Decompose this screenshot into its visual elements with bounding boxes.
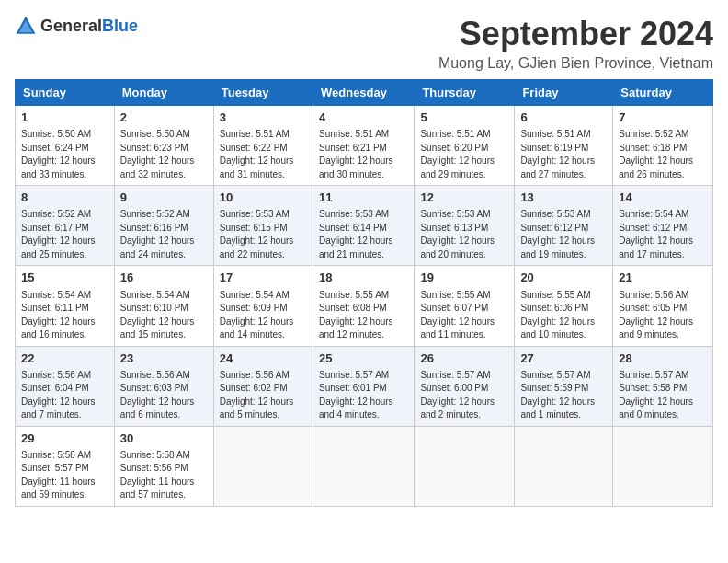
day-info: Sunrise: 5:55 AMSunset: 6:08 PMDaylight:… (319, 289, 408, 342)
day-number: 19 (420, 270, 508, 286)
day-number: 20 (520, 270, 607, 286)
day-number: 16 (120, 270, 208, 286)
day-info: Sunrise: 5:55 AMSunset: 6:06 PMDaylight:… (520, 289, 607, 342)
day-info: Sunrise: 5:50 AMSunset: 6:23 PMDaylight:… (120, 128, 208, 181)
calendar-cell: 29Sunrise: 5:58 AMSunset: 5:57 PMDayligh… (16, 426, 115, 506)
week-row-4: 22Sunrise: 5:56 AMSunset: 6:04 PMDayligh… (16, 346, 713, 426)
calendar-cell: 21Sunrise: 5:56 AMSunset: 6:05 PMDayligh… (613, 266, 713, 346)
day-info: Sunrise: 5:51 AMSunset: 6:19 PMDaylight:… (520, 128, 607, 181)
day-number: 1 (21, 109, 108, 126)
day-info: Sunrise: 5:56 AMSunset: 6:04 PMDaylight:… (21, 369, 108, 422)
column-header-sunday: Sunday (16, 80, 115, 106)
calendar-cell: 19Sunrise: 5:55 AMSunset: 6:07 PMDayligh… (415, 266, 515, 346)
day-info: Sunrise: 5:54 AMSunset: 6:09 PMDaylight:… (220, 289, 307, 342)
day-info: Sunrise: 5:54 AMSunset: 6:12 PMDaylight:… (619, 208, 707, 261)
logo-icon (15, 15, 37, 37)
calendar-cell: 18Sunrise: 5:55 AMSunset: 6:08 PMDayligh… (313, 266, 414, 346)
week-row-2: 8Sunrise: 5:52 AMSunset: 6:17 PMDaylight… (16, 186, 713, 266)
logo-blue: Blue (102, 17, 138, 35)
day-number: 28 (619, 350, 707, 367)
day-info: Sunrise: 5:55 AMSunset: 6:07 PMDaylight:… (420, 289, 508, 342)
day-number: 2 (120, 109, 208, 126)
column-header-wednesday: Wednesday (313, 80, 414, 106)
calendar-cell (515, 426, 613, 506)
calendar-cell: 2Sunrise: 5:50 AMSunset: 6:23 PMDaylight… (114, 106, 213, 186)
week-row-1: 1Sunrise: 5:50 AMSunset: 6:24 PMDaylight… (16, 106, 713, 186)
day-number: 4 (319, 109, 408, 126)
day-info: Sunrise: 5:54 AMSunset: 6:10 PMDaylight:… (120, 289, 208, 342)
day-info: Sunrise: 5:58 AMSunset: 5:56 PMDaylight:… (120, 449, 208, 502)
calendar-cell: 16Sunrise: 5:54 AMSunset: 6:10 PMDayligh… (114, 266, 213, 346)
column-header-saturday: Saturday (613, 80, 713, 106)
day-info: Sunrise: 5:52 AMSunset: 6:18 PMDaylight:… (619, 128, 707, 181)
day-number: 8 (21, 190, 108, 206)
calendar-cell: 6Sunrise: 5:51 AMSunset: 6:19 PMDaylight… (515, 106, 613, 186)
calendar-table: SundayMondayTuesdayWednesdayThursdayFrid… (15, 79, 713, 507)
day-info: Sunrise: 5:53 AMSunset: 6:13 PMDaylight:… (420, 208, 508, 261)
calendar-cell: 30Sunrise: 5:58 AMSunset: 5:56 PMDayligh… (114, 426, 213, 506)
day-info: Sunrise: 5:57 AMSunset: 6:00 PMDaylight:… (420, 369, 508, 422)
calendar-cell: 23Sunrise: 5:56 AMSunset: 6:03 PMDayligh… (114, 346, 213, 426)
day-number: 27 (520, 350, 607, 367)
calendar-cell: 12Sunrise: 5:53 AMSunset: 6:13 PMDayligh… (415, 186, 515, 266)
calendar-cell: 20Sunrise: 5:55 AMSunset: 6:06 PMDayligh… (515, 266, 613, 346)
day-number: 30 (120, 431, 208, 447)
day-number: 15 (21, 270, 108, 286)
day-info: Sunrise: 5:53 AMSunset: 6:15 PMDaylight:… (220, 208, 307, 261)
month-title: September 2024 (438, 15, 713, 53)
calendar-cell: 14Sunrise: 5:54 AMSunset: 6:12 PMDayligh… (613, 186, 713, 266)
column-header-thursday: Thursday (415, 80, 515, 106)
day-number: 22 (21, 350, 108, 367)
day-info: Sunrise: 5:57 AMSunset: 5:58 PMDaylight:… (619, 369, 707, 422)
logo-text: GeneralBlue (40, 17, 138, 36)
day-number: 17 (220, 270, 307, 286)
day-info: Sunrise: 5:54 AMSunset: 6:11 PMDaylight:… (21, 289, 108, 342)
day-number: 14 (619, 190, 707, 206)
calendar-cell (613, 426, 713, 506)
column-header-monday: Monday (114, 80, 213, 106)
day-info: Sunrise: 5:50 AMSunset: 6:24 PMDaylight:… (21, 128, 108, 181)
calendar-cell: 1Sunrise: 5:50 AMSunset: 6:24 PMDaylight… (16, 106, 115, 186)
week-row-3: 15Sunrise: 5:54 AMSunset: 6:11 PMDayligh… (16, 266, 713, 346)
location-subtitle: Muong Lay, GJien Bien Province, Vietnam (438, 55, 713, 72)
day-info: Sunrise: 5:52 AMSunset: 6:16 PMDaylight:… (120, 208, 208, 261)
calendar-cell: 11Sunrise: 5:53 AMSunset: 6:14 PMDayligh… (313, 186, 414, 266)
calendar-cell: 3Sunrise: 5:51 AMSunset: 6:22 PMDaylight… (213, 106, 313, 186)
day-info: Sunrise: 5:53 AMSunset: 6:12 PMDaylight:… (520, 208, 607, 261)
day-number: 7 (619, 109, 707, 126)
day-info: Sunrise: 5:56 AMSunset: 6:05 PMDaylight:… (619, 289, 707, 342)
calendar-cell: 7Sunrise: 5:52 AMSunset: 6:18 PMDaylight… (613, 106, 713, 186)
day-info: Sunrise: 5:53 AMSunset: 6:14 PMDaylight:… (319, 208, 408, 261)
day-info: Sunrise: 5:52 AMSunset: 6:17 PMDaylight:… (21, 208, 108, 261)
calendar-cell: 15Sunrise: 5:54 AMSunset: 6:11 PMDayligh… (16, 266, 115, 346)
day-number: 25 (319, 350, 408, 367)
day-number: 21 (619, 270, 707, 286)
day-number: 11 (319, 190, 408, 206)
calendar-cell (313, 426, 414, 506)
day-number: 9 (120, 190, 208, 206)
calendar-cell (415, 426, 515, 506)
calendar-cell: 27Sunrise: 5:57 AMSunset: 5:59 PMDayligh… (515, 346, 613, 426)
calendar-cell: 24Sunrise: 5:56 AMSunset: 6:02 PMDayligh… (213, 346, 313, 426)
calendar-cell: 17Sunrise: 5:54 AMSunset: 6:09 PMDayligh… (213, 266, 313, 346)
day-number: 10 (220, 190, 307, 206)
logo: GeneralBlue (15, 15, 138, 37)
day-info: Sunrise: 5:51 AMSunset: 6:22 PMDaylight:… (220, 128, 307, 181)
day-number: 5 (420, 109, 508, 126)
title-section: September 2024 Muong Lay, GJien Bien Pro… (438, 15, 713, 72)
calendar-cell: 28Sunrise: 5:57 AMSunset: 5:58 PMDayligh… (613, 346, 713, 426)
day-number: 12 (420, 190, 508, 206)
calendar-cell (213, 426, 313, 506)
calendar-cell: 25Sunrise: 5:57 AMSunset: 6:01 PMDayligh… (313, 346, 414, 426)
column-header-tuesday: Tuesday (213, 80, 313, 106)
page-header: GeneralBlue September 2024 Muong Lay, GJ… (15, 15, 713, 72)
day-number: 29 (21, 431, 108, 447)
calendar-cell: 10Sunrise: 5:53 AMSunset: 6:15 PMDayligh… (213, 186, 313, 266)
calendar-cell: 13Sunrise: 5:53 AMSunset: 6:12 PMDayligh… (515, 186, 613, 266)
calendar-cell: 22Sunrise: 5:56 AMSunset: 6:04 PMDayligh… (16, 346, 115, 426)
calendar-cell: 8Sunrise: 5:52 AMSunset: 6:17 PMDaylight… (16, 186, 115, 266)
column-header-friday: Friday (515, 80, 613, 106)
calendar-cell: 9Sunrise: 5:52 AMSunset: 6:16 PMDaylight… (114, 186, 213, 266)
day-number: 23 (120, 350, 208, 367)
day-info: Sunrise: 5:56 AMSunset: 6:02 PMDaylight:… (220, 369, 307, 422)
